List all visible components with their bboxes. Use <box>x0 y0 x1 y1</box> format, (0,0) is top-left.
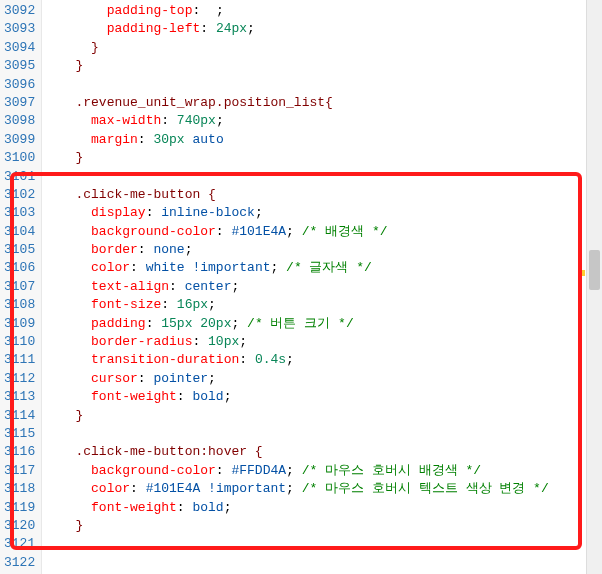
code-line[interactable]: font-weight: bold; <box>44 388 601 406</box>
code-line[interactable]: background-color: #101E4A; /* 배경색 */ <box>44 223 601 241</box>
token-punct: : <box>138 371 154 386</box>
code-line[interactable] <box>44 535 601 553</box>
code-line[interactable]: text-align: center; <box>44 278 601 296</box>
vertical-scrollbar[interactable] <box>586 0 602 574</box>
line-number: 3098 <box>4 112 35 130</box>
token-sel: } <box>75 58 83 73</box>
code-line[interactable]: } <box>44 517 601 535</box>
line-number: 3100 <box>4 149 35 167</box>
line-number: 3104 <box>4 223 35 241</box>
token-val: #FFDD4A <box>231 463 286 478</box>
code-line[interactable]: transition-duration: 0.4s; <box>44 351 601 369</box>
token-punct: ; <box>216 113 224 128</box>
token-prop: background-color <box>91 224 216 239</box>
line-number: 3118 <box>4 480 35 498</box>
code-line[interactable]: } <box>44 407 601 425</box>
line-number: 3103 <box>4 204 35 222</box>
token-prop: margin <box>91 132 138 147</box>
token-punct: : <box>161 113 177 128</box>
line-number: 3095 <box>4 57 35 75</box>
code-line[interactable]: padding: 15px 20px; /* 버튼 크기 */ <box>44 315 601 333</box>
token-ws <box>44 499 91 517</box>
code-line[interactable]: } <box>44 149 601 167</box>
token-punct: : <box>146 316 162 331</box>
code-editor[interactable]: 3092309330943095309630973098309931003101… <box>0 0 602 574</box>
line-number: 3105 <box>4 241 35 259</box>
code-line[interactable]: padding-top: ; <box>44 2 601 20</box>
code-line[interactable]: color: white !important; /* 글자색 */ <box>44 259 601 277</box>
token-num: 30px <box>153 132 184 147</box>
token-ws <box>44 462 91 480</box>
token-ws <box>44 333 91 351</box>
token-ws <box>44 94 75 112</box>
code-line[interactable]: background-color: #FFDD4A; /* 마우스 호버시 배경… <box>44 462 601 480</box>
line-number: 3093 <box>4 20 35 38</box>
code-line[interactable]: font-size: 16px; <box>44 296 601 314</box>
token-val <box>208 3 216 18</box>
token-punct: : <box>192 3 208 18</box>
line-number: 3099 <box>4 131 35 149</box>
token-cmt: /* 배경색 */ <box>302 224 388 239</box>
code-line[interactable] <box>44 425 601 443</box>
line-number: 3121 <box>4 535 35 553</box>
token-punct: ; <box>255 205 263 220</box>
token-punct: : <box>146 205 162 220</box>
token-imp: !important <box>208 481 286 496</box>
token-sel: .click-me-button { <box>75 187 215 202</box>
token-prop: text-align <box>91 279 169 294</box>
code-line[interactable]: margin: 30px auto <box>44 131 601 149</box>
token-ws <box>44 407 75 425</box>
code-line[interactable] <box>44 76 601 94</box>
token-punct: ; <box>231 316 247 331</box>
code-line[interactable]: cursor: pointer; <box>44 370 601 388</box>
token-val: center <box>185 279 232 294</box>
line-number: 3117 <box>4 462 35 480</box>
token-ws <box>44 351 91 369</box>
code-line[interactable]: border: none; <box>44 241 601 259</box>
line-number: 3110 <box>4 333 35 351</box>
token-punct: : <box>192 334 208 349</box>
code-line[interactable] <box>44 168 601 186</box>
code-line[interactable]: max-width: 740px; <box>44 112 601 130</box>
code-content-area[interactable]: padding-top: ; padding-left: 24px; } } .… <box>42 0 601 574</box>
token-ws <box>44 186 75 204</box>
token-val: bold <box>192 500 223 515</box>
token-punct: ; <box>286 481 302 496</box>
token-num: 0.4s <box>255 352 286 367</box>
code-line[interactable]: } <box>44 39 601 57</box>
token-val: none <box>153 242 184 257</box>
token-punct: ; <box>270 260 286 275</box>
code-line[interactable]: font-weight: bold; <box>44 499 601 517</box>
token-ws <box>44 370 91 388</box>
token-prop: font-weight <box>91 389 177 404</box>
token-punct: : <box>239 352 255 367</box>
line-number: 3115 <box>4 425 35 443</box>
line-number: 3097 <box>4 94 35 112</box>
token-punct: : <box>216 463 232 478</box>
line-number: 3108 <box>4 296 35 314</box>
token-num: 10px <box>208 334 239 349</box>
token-punct: ; <box>231 279 239 294</box>
token-punct: : <box>177 500 193 515</box>
token-cmt: /* 글자색 */ <box>286 260 372 275</box>
token-val: white <box>146 260 193 275</box>
code-line[interactable]: } <box>44 57 601 75</box>
token-ws <box>44 443 75 461</box>
code-line[interactable]: color: #101E4A !important; /* 마우스 호버시 텍스… <box>44 480 601 498</box>
token-val: auto <box>185 132 224 147</box>
code-line[interactable]: .click-me-button:hover { <box>44 443 601 461</box>
code-line[interactable]: .click-me-button { <box>44 186 601 204</box>
code-line[interactable]: border-radius: 10px; <box>44 333 601 351</box>
scrollbar-thumb[interactable] <box>589 250 600 290</box>
token-ws <box>44 39 91 57</box>
code-line[interactable]: padding-left: 24px; <box>44 20 601 38</box>
token-prop: max-width <box>91 113 161 128</box>
token-ws <box>44 259 91 277</box>
token-punct: ; <box>208 371 216 386</box>
line-number: 3106 <box>4 259 35 277</box>
line-number: 3092 <box>4 2 35 20</box>
token-cmt: /* 버튼 크기 */ <box>247 316 354 331</box>
code-line[interactable]: display: inline-block; <box>44 204 601 222</box>
code-line[interactable]: .revenue_unit_wrap.position_list{ <box>44 94 601 112</box>
code-line[interactable] <box>44 554 601 572</box>
